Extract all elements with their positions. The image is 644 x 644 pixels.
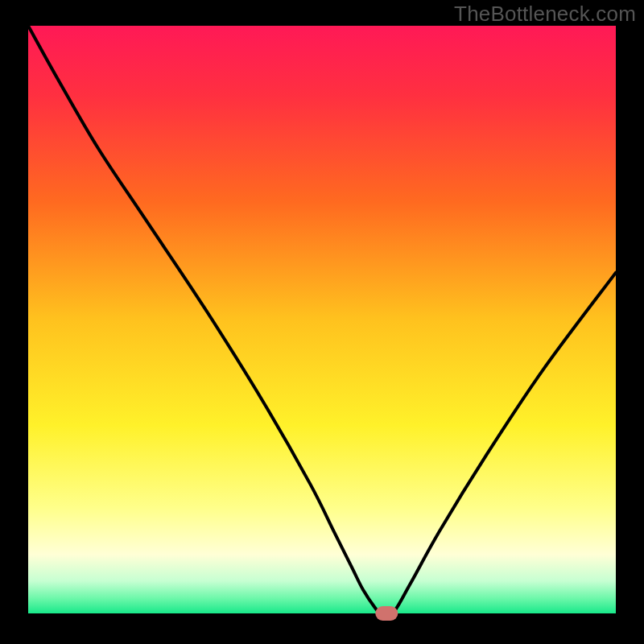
bottleneck-chart	[0, 0, 644, 644]
plot-background	[28, 26, 616, 613]
watermark-label: TheBottleneck.com	[454, 2, 636, 27]
optimal-point-marker	[375, 606, 398, 621]
chart-container: TheBottleneck.com	[0, 0, 644, 644]
